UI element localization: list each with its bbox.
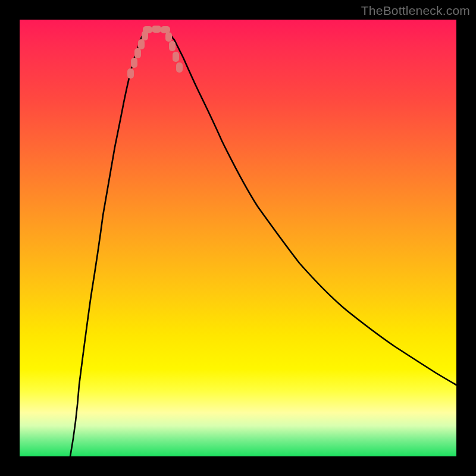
markers-bottom	[143, 26, 170, 33]
chart-frame: TheBottleneck.com	[0, 0, 476, 476]
svg-rect-5	[143, 26, 152, 33]
svg-rect-0	[127, 68, 134, 79]
bottleneck-curve	[20, 20, 456, 456]
svg-rect-9	[169, 41, 176, 51]
svg-rect-3	[138, 39, 145, 49]
svg-rect-10	[173, 52, 179, 62]
svg-rect-6	[152, 26, 161, 33]
curve-left	[70, 31, 145, 456]
svg-rect-8	[165, 32, 172, 42]
svg-rect-11	[176, 62, 183, 73]
watermark-text: TheBottleneck.com	[361, 4, 470, 18]
curve-right	[168, 31, 456, 385]
svg-rect-1	[131, 58, 137, 68]
markers-left	[127, 31, 148, 79]
plot-area	[20, 20, 456, 456]
svg-rect-2	[134, 48, 141, 58]
